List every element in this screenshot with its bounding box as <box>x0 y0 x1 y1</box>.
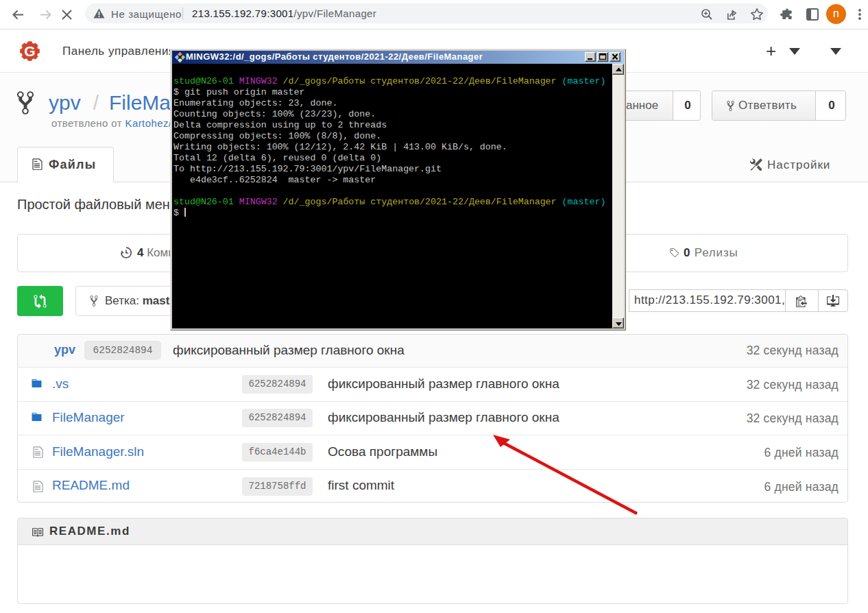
svg-text:G: G <box>24 43 35 59</box>
